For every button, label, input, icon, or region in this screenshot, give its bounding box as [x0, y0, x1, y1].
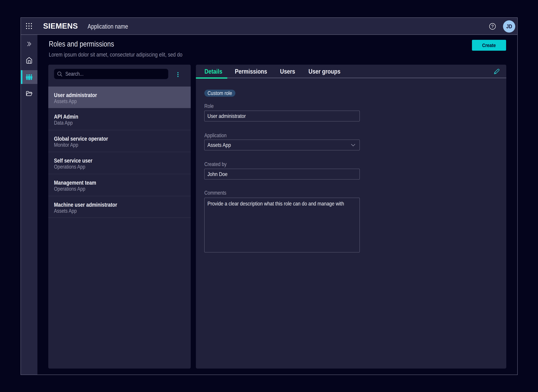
svg-text:?: ?: [491, 24, 494, 29]
